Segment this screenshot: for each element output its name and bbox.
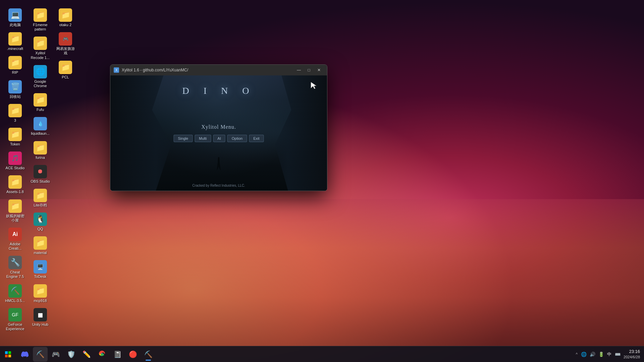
close-button[interactable]: ✕ (314, 66, 324, 74)
icon-label: material (34, 251, 47, 255)
desktop-icon-recycle[interactable]: 🗑️ 回收站 (3, 78, 27, 101)
option-button[interactable]: Option (227, 135, 247, 142)
ace-studio-icon: 🎵 (8, 152, 22, 165)
maximize-button[interactable]: □ (304, 66, 314, 74)
taskbar-onenote[interactable]: 📓 (110, 347, 125, 362)
tray-network-icon[interactable]: 🌐 (580, 351, 587, 358)
icon-label: OBS Studio (31, 179, 50, 184)
taskbar-cursor[interactable]: ✏️ (79, 347, 94, 362)
single-button[interactable]: Single (174, 135, 193, 142)
multi-button[interactable]: Multi (195, 135, 211, 142)
icon-label: ACE Studio (6, 166, 25, 170)
desktop-icon-fufu[interactable]: 📁 Fufu (29, 92, 52, 114)
computer-icon: 💻 (8, 8, 22, 22)
icon-label: 回收站 (10, 95, 21, 99)
desktop-icon-ace-studio[interactable]: 🎵 ACE Studio (3, 150, 27, 172)
folder-icon: 📁 (34, 8, 47, 22)
folder-icon: 📁 (34, 141, 47, 155)
desktop-icon-computer[interactable]: 💻 此电脑 (3, 7, 27, 29)
desktop-icon-secret[interactable]: 📁 妖狐的秘密小屋 (3, 198, 27, 224)
icon-label: otaku 2 (59, 23, 71, 27)
icon-label: .minecraft (7, 47, 23, 51)
folder-icon: 📁 (34, 284, 47, 298)
icon-label: Google Chrome (30, 79, 50, 88)
language-indicator[interactable]: 中 (607, 351, 611, 357)
desktop-icon-f1meme[interactable]: 📁 F1meme pattern (29, 7, 52, 33)
desktop-icon-lite[interactable]: 📁 Lite存档 (29, 187, 52, 209)
svg-rect-3 (5, 355, 8, 357)
window-titlebar[interactable]: X Xylitol 1.6 - github.com/LiYuXuanMC/ —… (110, 65, 327, 75)
folder-icon: 📁 (59, 8, 72, 22)
icon-label: liquidlaun... (31, 131, 50, 136)
taskbar-xylitol-active[interactable]: ⛏️ (141, 347, 156, 362)
window-app-icon: X (114, 67, 119, 73)
ai-button[interactable]: AI (213, 135, 225, 142)
icon-label: Xylitol Recode 1... (30, 51, 50, 60)
icon-label: PCL (62, 75, 69, 79)
desktop-icon-hmcl[interactable]: ⛏️ HMCL-3.5... (3, 283, 27, 305)
recycle-icon: 🗑️ (8, 80, 22, 94)
cheat-engine-icon: 🔧 (8, 256, 22, 269)
icon-label: QQ (37, 227, 43, 231)
netease-icon: 🎮 (59, 32, 72, 46)
svg-rect-1 (5, 351, 8, 354)
desktop-icon-geforce[interactable]: GF GeForce Experience (3, 306, 27, 333)
qq-icon: 🐧 (34, 213, 47, 226)
unity-icon: ◼ (34, 308, 47, 321)
window-title: Xylitol 1.6 - github.com/LiYuXuanMC/ (122, 68, 294, 72)
hmcl-icon: ⛏️ (8, 284, 22, 298)
folder-icon: 📁 (34, 189, 47, 202)
icon-label: Fufu (37, 108, 44, 112)
icon-label: Assets-1.8 (6, 190, 24, 194)
desktop-icon-furina[interactable]: 📁 furina (29, 139, 52, 162)
icon-label: F1meme pattern (30, 23, 50, 32)
taskbar-kaspersky[interactable]: 🛡️ (64, 347, 78, 362)
desktop-icon-mcp918[interactable]: 📁 mcp918 (29, 283, 52, 305)
desktop-icon-chrome[interactable]: 🌐 Google Chrome (29, 63, 52, 90)
taskbar-clock[interactable]: 23:16 2024/6/28 (624, 349, 640, 359)
tray-expand[interactable]: ^ (576, 352, 578, 357)
desktop-icon-minecraft[interactable]: 📁 .minecraft (3, 31, 27, 53)
tray-volume-icon[interactable]: 🔊 (589, 351, 596, 358)
taskbar-chrome[interactable] (95, 347, 109, 362)
taskbar: ⛏️ 🎮 🛡️ ✏️ 📓 🔴 ⛏️ ^ (0, 346, 644, 362)
chrome-icon: 🌐 (34, 65, 47, 78)
taskbar-red-app[interactable]: 🔴 (125, 347, 140, 362)
desktop-icon-rip[interactable]: 📁 RIP (3, 54, 27, 76)
minimize-button[interactable]: — (294, 66, 304, 74)
desktop-icon-adobe[interactable]: Ai Adobe Creati... (3, 226, 27, 252)
svg-rect-4 (8, 355, 11, 357)
desktop-icon-liquid[interactable]: 💧 liquidlaun... (29, 115, 52, 137)
taskbar-minecraft[interactable]: ⛏️ (33, 347, 48, 362)
desktop-icon-pcl[interactable]: 📁 PCL (54, 59, 77, 81)
desktop-icon-3[interactable]: 📁 3 (3, 102, 27, 124)
desktop-icon-unity[interactable]: ◼ Unity Hub (29, 306, 52, 328)
desktop-icon-xylitol[interactable]: 📁 Xylitol Recode 1... (29, 35, 52, 61)
game-menu: Xylitol Menu. Single Multi AI Option Exi… (174, 124, 264, 142)
icon-label: RIP (12, 70, 18, 75)
desktop-icon-token[interactable]: 📁 Token (3, 126, 27, 148)
window-controls: — □ ✕ (294, 66, 324, 74)
desktop-icon-qq[interactable]: 🐧 QQ (29, 211, 52, 233)
taskbar-netease[interactable]: 🎮 (48, 347, 63, 362)
exit-button[interactable]: Exit (249, 135, 264, 142)
desktop-icon-material[interactable]: 📁 material (29, 235, 52, 257)
geforce-icon: GF (8, 308, 22, 321)
folder-icon: 📁 (8, 175, 22, 189)
folder-icon: 📁 (8, 56, 22, 69)
desktop-icon-netease[interactable]: 🎮 网易发旗游戏 (54, 31, 77, 57)
icon-label: HMCL-3.5... (5, 299, 25, 303)
start-button[interactable] (0, 346, 16, 362)
icon-label: mcp918 (34, 299, 47, 303)
taskbar-right: ^ 🌐 🔊 🔋 中 ⌨️ 23:16 2024/6/28 (576, 349, 644, 359)
desktop-icon-otaku2[interactable]: 📁 otaku 2 (54, 7, 77, 29)
desktop-icon-assets[interactable]: 📁 Assets-1.8 (3, 174, 27, 196)
desktop-icon-todesk[interactable]: 🖥️ ToDesk (29, 258, 52, 281)
taskbar-discord[interactable] (17, 347, 32, 362)
desktop-icon-cheat[interactable]: 🔧 Cheat Engine 7.5 (3, 254, 27, 281)
tray-battery-icon[interactable]: 🔋 (598, 351, 604, 358)
icon-label: ToDesk (34, 275, 47, 279)
folder-icon: 📁 (34, 236, 47, 250)
desktop-icon-obs[interactable]: ⏺ OBS Studio (29, 163, 52, 185)
keyboard-icon[interactable]: ⌨️ (614, 351, 621, 358)
